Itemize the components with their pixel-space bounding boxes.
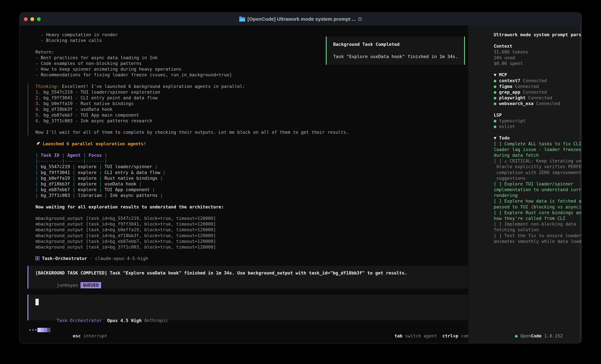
app-version-footer: ● OpenCode 1.0.152 (494, 327, 563, 344)
online-dot-icon: ● (515, 333, 520, 338)
terminal-line (494, 38, 582, 43)
terminal-line (35, 250, 349, 256)
window-controls (24, 13, 41, 25)
tool-result-line: - Best practices for async data loading … (35, 55, 349, 60)
notification-toast[interactable]: Background Task Completed Task "Explore … (326, 37, 465, 65)
spinner-dots-icon (29, 329, 37, 331)
background-task-message: [BACKGROUND TASK COMPLETED] Task "Explor… (35, 270, 468, 276)
mcp-item: ● playwright Connected (494, 95, 582, 101)
provider-label: Anthropic (144, 318, 168, 323)
mcp-item: ● context7 Connected (494, 78, 582, 84)
esc-key-label: interrupt (83, 333, 107, 338)
progress-gradient-bar (37, 328, 50, 332)
thinking-list-item: 6. bg_37f1c003 - Ink async patterns rese… (35, 118, 349, 124)
todo-item: how they're called from CLI (494, 215, 582, 221)
terminal-line (35, 124, 349, 129)
todo-item: rendering (494, 192, 582, 198)
tab-key-label: switch agent (405, 333, 437, 338)
todo-item: [ ] Complete ALL tasks to fix CLI (494, 141, 582, 147)
titlebar: [OpenCode] Ultrawork mode system prompt … (20, 13, 581, 25)
close-window-button[interactable] (24, 17, 28, 21)
chat-stream: - Heavy computation in render - Blocking… (35, 32, 349, 261)
todo-item: [ ] Test the fix to ensure loader (494, 233, 582, 239)
todo-item: [ ] Explore TUI loader/spinner (494, 181, 582, 187)
todo-item: suggestions (494, 175, 582, 181)
thinking-list-item: 1. bg_5547c219 - TUI loader/spinner expl… (35, 89, 349, 95)
todo-item: fetching solution (494, 227, 582, 232)
toast-message: Task "Explore useData hook" finished in … (333, 54, 464, 59)
tool-result-line: - Code examples of non-blocking patterns (35, 60, 349, 66)
tool-call-line: ⚙background_output [task_id=bg_37f1c003,… (35, 244, 349, 250)
tool-result-line (35, 43, 349, 49)
table-row: | bg_b0effa19 | explore | Rust native bi… (35, 175, 349, 181)
minimize-window-button[interactable] (30, 17, 34, 21)
brand-name: Open (520, 333, 531, 338)
tool-call-line: ⚙background_output [task_id=bg_b0effa19,… (35, 227, 349, 232)
terminal-line (35, 147, 349, 152)
table-row: | bg_37f1c003 | librarian | Ink async pa… (35, 192, 349, 198)
tool-call-line: ⚙background_output [task_id=bg_df18bb3f,… (35, 233, 349, 239)
tool-result-line: - Heavy computation in render (35, 32, 349, 38)
toast-title: Background Task Completed (333, 41, 464, 47)
tool-call-line: ⚙background_output [task_id=bg_f9ff3041,… (35, 221, 349, 227)
context-stat: $0.00 spent (494, 60, 582, 66)
todo-item: [ ] Explore how data is fetched and (494, 198, 582, 204)
todo-item: animates smoothly while data loads (494, 239, 582, 244)
table-row: | bg_df18bb3f | explore | useData hook | (35, 181, 349, 187)
mcp-heading: ▼ MCP (494, 72, 582, 78)
esc-key-hint[interactable]: esc (73, 333, 81, 338)
context-stat: 16% used (494, 55, 582, 60)
terminal-line (494, 66, 582, 72)
loading-circle-icon (358, 17, 362, 21)
message-author: junhoyeo (57, 283, 78, 288)
folder-icon (239, 17, 245, 21)
active-model-label[interactable]: Opus 4.5 High (107, 318, 142, 323)
prompt-input-box[interactable]: Task-Orchestrator Opus 4.5 High Anthropi… (27, 295, 468, 320)
sidebar: Ultrawork mode system prompt parsing Con… (468, 25, 582, 343)
thinking-list-item: 2. bg_f9ff3041 - CLI entry point and dat… (35, 95, 349, 101)
terminal-line (35, 198, 349, 204)
todo-item: completion with ZERO improvement (494, 170, 582, 175)
tool-call-line: ⚙background_output [task_id=bg_eb87ebb7,… (35, 239, 349, 244)
app-version: 1.0.152 (544, 333, 563, 338)
tool-result-line: - Blocking native calls (35, 38, 349, 43)
text-cursor (35, 299, 39, 305)
active-agent-label[interactable]: Task-Orchestrator (57, 318, 102, 323)
thinking-line: Thinking: Excellent! I've launched 6 bac… (35, 84, 349, 89)
zoom-window-button[interactable] (37, 17, 41, 21)
todo-heading: ▼ Todo (494, 135, 582, 141)
terminal-line (35, 135, 349, 141)
app-window: [OpenCode] Ultrawork mode system prompt … (19, 12, 582, 344)
lsp-item: ● eslint (494, 124, 582, 129)
todo-item: during data fetch (494, 152, 582, 158)
waiting-message: Now waiting for all exploration results … (35, 204, 349, 210)
context-heading: Context (494, 43, 582, 49)
terminal-content: - Heavy computation in render - Blocking… (20, 25, 581, 343)
context-stat: 31,686 tokens (494, 49, 582, 55)
agent-header-line: Task-Orchestrator · claude-opus-4-5-high (35, 256, 349, 261)
sidebar-stream: Ultrawork mode system prompt parsing Con… (494, 32, 582, 244)
todo-item: Oracle explicitly verifies PERFECT (494, 164, 582, 169)
sidebar-title: Ultrawork mode system prompt parsing (494, 32, 582, 38)
lsp-item: ● typescript (494, 118, 582, 124)
agent-square-icon (35, 256, 39, 260)
tool-result-line: Return: (35, 49, 349, 55)
ctrlp-key-hint[interactable]: ctrl+p (442, 333, 458, 338)
status-badge: QUEUED (80, 282, 101, 288)
tool-result-line: - Recommendations for fixing loader free… (35, 72, 349, 78)
tool-result-line: - How to keep spinner animating during h… (35, 66, 349, 72)
thinking-outro: Now I'll wait for all of them to complet… (35, 129, 349, 135)
todo-item: loader lag issue - loader freezes (494, 147, 582, 152)
table-separator-row: |---------|-------|-------| (35, 158, 349, 164)
table-header-row: | Task ID | Agent | Focus | (35, 152, 349, 158)
mcp-item: ● figma Connected (494, 84, 582, 89)
terminal-line (494, 129, 582, 135)
tab-key-hint[interactable]: tab (395, 333, 402, 338)
background-task-message-box: [BACKGROUND TASK COMPLETED] Task "Explor… (27, 266, 468, 289)
todo-item: [ ] Implement non-blocking data (494, 221, 582, 227)
thinking-list-item: 5. bg_eb87ebb7 - TUI App main component (35, 112, 349, 118)
blockquote-bar (28, 84, 29, 135)
thinking-list-item: 3. bg_b0effa19 - Rust native bindings (35, 101, 349, 106)
todo-item: passed to TUI (blocking vs async) (494, 204, 582, 210)
terminal-line (494, 106, 582, 112)
